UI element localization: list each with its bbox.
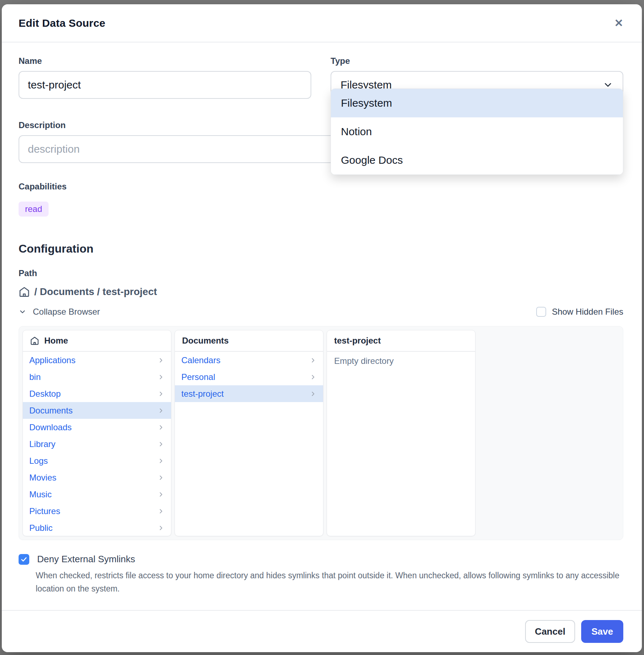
file-row-label: Desktop: [29, 389, 61, 399]
file-row-label: Public: [29, 523, 52, 533]
breadcrumb[interactable]: / Documents / test-project: [19, 286, 623, 298]
file-row-label: Applications: [29, 355, 75, 365]
chevron-right-icon: [310, 374, 317, 381]
chevron-right-icon: [310, 390, 317, 397]
file-row-label: Music: [29, 489, 52, 499]
browser-toolbar: Collapse Browser Show Hidden Files: [19, 307, 623, 317]
file-row-label: bin: [29, 372, 41, 382]
file-row[interactable]: Desktop: [23, 385, 171, 402]
file-row-label: Library: [29, 439, 55, 449]
file-column-test-project: test-project Empty directory: [327, 330, 476, 536]
home-icon[interactable]: [19, 286, 30, 298]
file-row-label: Pictures: [29, 506, 60, 516]
chevron-right-icon: [157, 457, 165, 464]
dialog-body: Name Type Filesystem Filesystem: [2, 42, 642, 610]
file-column-title: Home: [44, 336, 68, 346]
deny-symlinks-checkbox[interactable]: [19, 554, 29, 565]
deny-symlinks-help-text: When checked, restricts file access to y…: [36, 569, 621, 595]
type-option-label: Google Docs: [341, 154, 403, 166]
file-column-title: Documents: [182, 336, 229, 346]
cancel-button[interactable]: Cancel: [525, 620, 575, 643]
file-rows: Calendars Personal: [175, 352, 323, 402]
file-column-title: test-project: [334, 336, 381, 346]
chevron-right-icon: [157, 407, 165, 414]
deny-symlinks-toggle[interactable]: Deny External Symlinks: [19, 554, 623, 565]
file-row-label: Movies: [29, 473, 56, 483]
chevron-right-icon: [157, 424, 165, 431]
file-row-label: test-project: [181, 389, 224, 399]
empty-directory-text: Empty directory: [327, 352, 475, 370]
chevron-right-icon: [157, 474, 165, 481]
type-dropdown-option[interactable]: Notion: [331, 117, 623, 146]
name-input[interactable]: [19, 71, 311, 99]
collapse-browser-toggle[interactable]: Collapse Browser: [19, 307, 100, 317]
path-label: Path: [19, 268, 623, 278]
type-dropdown-option[interactable]: Google Docs: [331, 146, 623, 174]
show-hidden-label: Show Hidden Files: [552, 307, 623, 317]
file-row-label: Downloads: [29, 422, 72, 432]
show-hidden-files-toggle[interactable]: Show Hidden Files: [536, 307, 623, 317]
file-column-header: test-project: [327, 330, 475, 352]
capability-badge-label: read: [25, 204, 42, 214]
save-button[interactable]: Save: [581, 620, 623, 643]
name-field-group: Name: [19, 56, 311, 99]
file-row[interactable]: Applications: [23, 352, 171, 369]
capabilities-label: Capabilities: [19, 182, 623, 192]
capabilities-group: Capabilities read: [19, 182, 623, 217]
configuration-heading: Configuration: [19, 242, 623, 255]
file-row[interactable]: Movies: [23, 469, 171, 486]
edit-data-source-dialog: Edit Data Source ✕ Name Type Filesystem: [2, 4, 642, 652]
file-browser: Home Applications bin: [19, 326, 623, 540]
deny-symlinks-label: Deny External Symlinks: [37, 554, 135, 565]
type-field-group: Type Filesystem Filesystem No: [331, 56, 623, 99]
capabilities-badges: read: [19, 202, 623, 217]
collapse-browser-label: Collapse Browser: [33, 307, 100, 317]
type-option-label: Notion: [341, 126, 372, 138]
chevron-down-icon: [19, 308, 26, 316]
file-row[interactable]: Calendars: [175, 352, 323, 369]
chevron-right-icon: [310, 357, 317, 364]
file-row[interactable]: Library: [23, 436, 171, 452]
chevron-right-icon: [157, 508, 165, 515]
file-row[interactable]: Documents: [23, 402, 171, 419]
file-row-label: Calendars: [181, 355, 220, 365]
file-row[interactable]: Personal: [175, 369, 323, 385]
chevron-right-icon: [157, 357, 165, 364]
breadcrumb-path: / Documents / test-project: [34, 286, 157, 298]
chevron-right-icon: [157, 491, 165, 498]
type-label: Type: [331, 56, 623, 66]
type-dropdown-menu: Filesystem Notion Google Docs: [331, 88, 623, 175]
dialog-title: Edit Data Source: [19, 17, 105, 29]
chevron-right-icon: [157, 374, 165, 381]
file-row-label: Personal: [181, 372, 215, 382]
file-column-home: Home Applications bin: [22, 330, 171, 536]
home-icon: [30, 336, 39, 345]
chevron-right-icon: [157, 441, 165, 448]
file-column-header: Home: [23, 330, 171, 352]
file-row[interactable]: test-project: [175, 385, 323, 402]
file-rows: Applications bin: [23, 352, 171, 536]
file-row[interactable]: Downloads: [23, 419, 171, 436]
name-label: Name: [19, 56, 311, 66]
show-hidden-checkbox[interactable]: [536, 307, 546, 317]
file-row-label: Documents: [29, 406, 72, 416]
file-column-header: Documents: [175, 330, 323, 352]
file-row[interactable]: Music: [23, 486, 171, 503]
chevron-right-icon: [157, 524, 165, 532]
file-row[interactable]: Public: [23, 519, 171, 536]
capability-badge: read: [19, 202, 49, 217]
file-row[interactable]: Pictures: [23, 503, 171, 519]
close-icon[interactable]: ✕: [614, 18, 623, 29]
file-row-label: Logs: [29, 456, 48, 466]
type-option-label: Filesystem: [341, 97, 392, 109]
file-row[interactable]: bin: [23, 369, 171, 385]
chevron-right-icon: [157, 390, 165, 397]
file-row[interactable]: Logs: [23, 452, 171, 469]
type-dropdown-option[interactable]: Filesystem: [331, 89, 623, 117]
file-column-documents: Documents Calendars Personal: [175, 330, 323, 536]
dialog-header: Edit Data Source ✕: [2, 4, 642, 42]
name-type-row: Name Type Filesystem Filesystem: [19, 56, 623, 99]
dialog-footer: Cancel Save: [2, 610, 642, 652]
